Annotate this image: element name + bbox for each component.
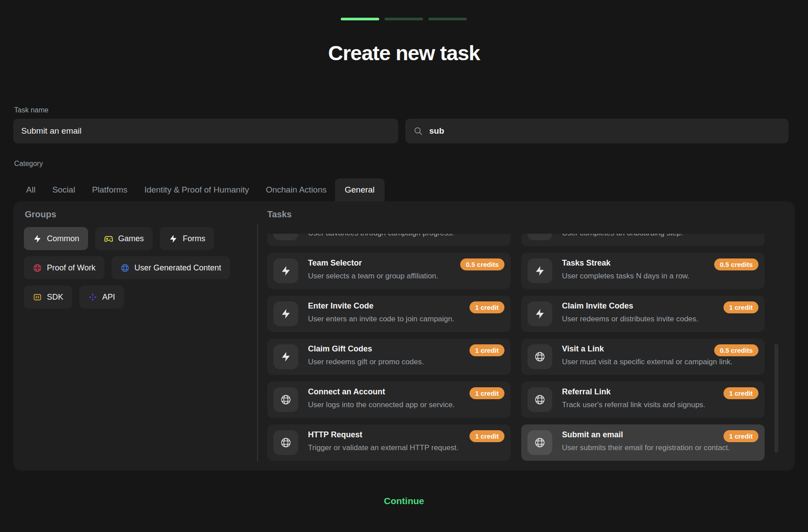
group-button-label: Forms (183, 234, 205, 243)
task-name: Claim Invite Codes (562, 301, 633, 311)
create-task-page: Create new task Task name Category AllSo… (0, 0, 808, 532)
task-card-referral-link[interactable]: Referral LinkTrack user's referral link … (521, 382, 765, 418)
gamepad-icon (104, 234, 113, 243)
credits-badge: 1 credit (723, 430, 758, 442)
task-description: Trigger or validate an external HTTP req… (308, 443, 458, 452)
globe-icon (33, 263, 42, 273)
progress-step-1 (341, 18, 379, 20)
group-button-label: Common (47, 234, 79, 243)
task-card-team-selector[interactable]: Team SelectorUser selects a team or grou… (267, 253, 511, 289)
group-button-user-generated-content[interactable]: User Generated Content (112, 256, 230, 279)
tab-onchain-actions[interactable]: Onchain Actions (258, 178, 335, 201)
group-button-games[interactable]: Games (95, 227, 153, 250)
credits-badge: 1 credit (469, 387, 504, 399)
task-name: Claim Gift Codes (308, 344, 372, 354)
task-name: Tasks Streak (562, 258, 611, 268)
tasks-column-left: User advances through campaign progress.… (267, 234, 511, 463)
group-button-proof-of-work[interactable]: Proof of Work (24, 256, 104, 279)
task-description: User enters an invite code to join campa… (308, 315, 454, 324)
credits-badge: 0.5 credits (460, 258, 504, 270)
api-icon (88, 293, 97, 302)
globe-icon (273, 387, 298, 412)
group-button-label: SDK (47, 293, 63, 302)
bolt-icon (273, 344, 298, 369)
credits-badge: 1 credit (469, 430, 504, 442)
bolt-icon (273, 258, 298, 283)
task-card-visit-a-link[interactable]: Visit a LinkUser must visit a specific e… (521, 339, 765, 375)
bolt-icon (33, 234, 42, 243)
groups-heading: Groups (25, 209, 56, 220)
task-description: Track user's referral link visits and si… (562, 401, 705, 409)
tab-general[interactable]: General (335, 178, 385, 201)
task-description: User must visit a specific external or c… (562, 358, 732, 366)
task-card-clipped[interactable]: User advances through campaign progress. (267, 234, 511, 246)
task-card-submit-an-email[interactable]: Submit an emailUser submits their email … (521, 424, 765, 461)
step-progress (341, 18, 467, 20)
task-name: Team Selector (308, 258, 362, 268)
bolt-icon (527, 234, 552, 240)
task-card-http-request[interactable]: HTTP RequestTrigger or validate an exter… (267, 424, 511, 461)
credits-badge: 1 credit (469, 344, 504, 356)
task-description: User submits their email for registratio… (562, 443, 730, 452)
task-picker-panel: Groups CommonGamesFormsProof of WorkUser… (13, 201, 795, 470)
task-card-clipped[interactable]: User completes an onboarding step. (521, 234, 765, 246)
globe-icon (527, 387, 552, 412)
task-name: HTTP Request (308, 430, 362, 439)
tab-platforms[interactable]: Platforms (84, 178, 136, 201)
task-name-label: Task name (14, 106, 48, 114)
search-input[interactable] (423, 126, 789, 136)
sdk-icon (33, 293, 42, 302)
group-button-forms[interactable]: Forms (160, 227, 214, 250)
group-button-label: Proof of Work (47, 263, 96, 273)
tasks-heading: Tasks (267, 209, 292, 220)
tab-all[interactable]: All (18, 178, 44, 201)
globe-icon (120, 263, 130, 273)
category-label: Category (14, 160, 43, 168)
group-button-label: Games (118, 234, 144, 243)
tasks-column-right: User completes an onboarding step.Tasks … (521, 234, 765, 463)
group-button-api[interactable]: API (79, 285, 124, 308)
tasks-scrollbar[interactable] (774, 344, 778, 453)
progress-step-3 (428, 18, 467, 20)
credits-badge: 1 credit (469, 301, 504, 313)
search-icon (413, 126, 423, 136)
credits-badge: 0.5 credits (714, 344, 758, 356)
globe-icon (527, 430, 552, 455)
task-card-connect-an-account[interactable]: Connect an AccountUser logs into the con… (267, 382, 511, 418)
group-button-label: API (102, 293, 115, 302)
bolt-icon (527, 301, 552, 326)
task-card-enter-invite-code[interactable]: Enter Invite CodeUser enters an invite c… (267, 296, 511, 332)
tasks-scroll-viewport: User advances through campaign progress.… (267, 234, 781, 463)
group-row: CommonGamesForms (24, 227, 250, 250)
task-name: Visit a Link (562, 344, 604, 354)
group-button-sdk[interactable]: SDK (24, 285, 72, 308)
task-card-tasks-streak[interactable]: Tasks StreakUser completes tasks N days … (521, 253, 765, 289)
bolt-icon (273, 301, 298, 326)
bolt-icon (527, 258, 552, 283)
credits-badge: 1 credit (723, 301, 758, 313)
tab-social[interactable]: Social (44, 178, 84, 201)
group-row: SDKAPI (24, 285, 250, 308)
task-card-claim-gift-codes[interactable]: Claim Gift CodesUser redeems gift or pro… (267, 339, 511, 375)
credits-badge: 0.5 credits (714, 258, 758, 270)
task-description: User completes an onboarding step. (562, 234, 683, 238)
group-row: Proof of WorkUser Generated Content (24, 256, 250, 279)
tab-identity-proof-of-humanity[interactable]: Identity & Proof of Humanity (136, 178, 258, 201)
group-button-label: User Generated Content (135, 263, 221, 273)
task-search (405, 119, 789, 143)
group-button-common[interactable]: Common (24, 227, 88, 250)
task-card-claim-invite-codes[interactable]: Claim Invite CodesUser redeems or distri… (521, 296, 765, 332)
task-name: Submit an email (562, 430, 623, 439)
task-name-input[interactable] (13, 119, 398, 143)
globe-icon (527, 344, 552, 369)
credits-badge: 1 credit (723, 387, 758, 399)
task-description: User logs into the connected app or serv… (308, 401, 455, 409)
task-description: User completes tasks N days in a row. (562, 272, 689, 281)
bolt-icon (169, 234, 178, 243)
bolt-icon (273, 234, 298, 240)
continue-button[interactable]: Continue (0, 496, 808, 506)
groups-tasks-divider (257, 224, 258, 462)
task-description: User redeems gift or promo codes. (308, 358, 424, 366)
progress-step-2 (385, 18, 423, 20)
task-description: User advances through campaign progress. (308, 234, 454, 238)
